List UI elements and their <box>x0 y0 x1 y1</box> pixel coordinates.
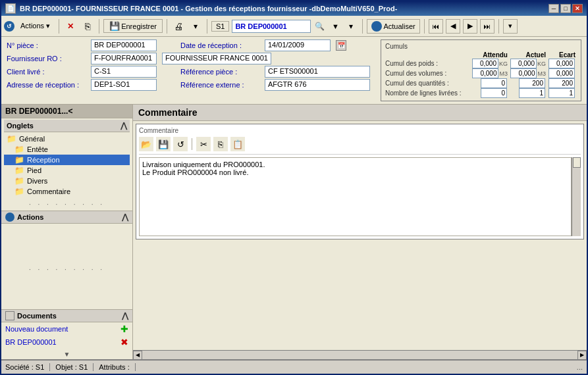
comment-content: Livraison uniquement du PRO000001. Le Pr… <box>139 157 572 236</box>
status-societe: Société : S1 <box>5 363 50 371</box>
dots-separator-2: · · · · · · · · · <box>1 263 132 276</box>
copy-icon-button[interactable]: ⎘ <box>80 19 95 34</box>
search-input[interactable] <box>232 20 311 33</box>
comment-open-button[interactable]: 📂 <box>139 137 153 151</box>
tree-item[interactable]: 📁Réception <box>4 155 130 165</box>
minimize-button[interactable]: ─ <box>548 4 559 13</box>
left-scroll-down[interactable]: ▼ <box>1 349 132 359</box>
cumuls-ecart-val: 1 <box>548 88 575 98</box>
folder-icon: 📁 <box>7 134 16 143</box>
form-row-4: Adresse de réception : DEP1-SO1 Référenc… <box>7 79 370 91</box>
status-objet: Objet : S1 <box>55 363 94 371</box>
fournisseur-value: F-FOURFRA0001 <box>91 53 157 64</box>
cumuls-attendu-val: 0 <box>481 88 507 98</box>
documents-folder-icon <box>5 311 14 320</box>
tree-item[interactable]: 📁Commentaire <box>4 186 130 197</box>
comment-area: Commentaire 📂 💾 ↺ ✂ ⎘ 📋 Livraison unique… <box>133 121 587 350</box>
cumuls-row: Cumul des quantités : 0 200 200 <box>385 78 577 88</box>
menu-button[interactable]: ▾ <box>503 19 518 34</box>
doc-br-link[interactable]: BR DEP000001 <box>5 338 57 346</box>
actions-collapse[interactable]: ⋀ <box>122 213 128 222</box>
nav-prev-button[interactable]: ◀ <box>446 19 460 34</box>
sep-5 <box>362 19 363 34</box>
filter-dropdown[interactable]: ▾ <box>344 19 358 34</box>
cumuls-ecart-header: Ecart <box>547 51 577 59</box>
comment-sep-1 <box>192 138 192 150</box>
form-fields: N° pièce : BR DEP000001 Date de réceptio… <box>1 37 375 104</box>
right-panel-header: Commentaire <box>133 105 587 121</box>
ref-externe-value: AFGTR 676 <box>265 79 370 91</box>
calendar-icon[interactable]: 📅 <box>336 40 346 51</box>
cumuls-row: Cumul des poids : 0,000 KG 0,000 KG 0,00… <box>385 59 577 68</box>
nav-next-button[interactable]: ▶ <box>463 19 477 34</box>
comment-cut-button[interactable]: ✂ <box>196 137 211 151</box>
actions-label: Actions <box>17 213 43 221</box>
tree-item-label: Entête <box>27 145 48 153</box>
fournisseur-name: FOURNISSEUR FRANCE 0001 <box>162 53 271 64</box>
comment-scrollbar[interactable] <box>572 157 581 236</box>
cumuls-panel: Cumuls Attendu Actuel Ecart Cumul des po… <box>381 39 581 101</box>
documents-collapse[interactable]: ⋀ <box>122 311 128 320</box>
cumuls-attendu-unit: M3 <box>499 70 508 77</box>
window-controls: ─ □ ✕ <box>548 4 583 13</box>
tree-container: 📁Général📁Entête📁Réception📁Pied📁Divers📁Co… <box>4 134 130 197</box>
maximize-button[interactable]: □ <box>560 4 571 13</box>
comment-line-1: Livraison uniquement du PRO000001. <box>142 161 568 168</box>
folder-icon: 📁 <box>14 155 24 164</box>
tree-item-label: Général <box>19 135 45 143</box>
sep-7 <box>498 19 499 34</box>
tree-item-label: Commentaire <box>27 188 70 195</box>
comment-toolbar: 📂 💾 ↺ ✂ ⎘ 📋 <box>139 137 581 155</box>
comment-content-wrapper: Livraison uniquement du PRO000001. Le Pr… <box>139 157 581 236</box>
new-document-link[interactable]: Nouveau document <box>5 325 68 333</box>
actions-button[interactable]: Actions ▾ <box>16 20 55 32</box>
form-row-2: Fournisseur RO : F-FOURFRA0001 FOURNISSE… <box>7 53 370 64</box>
num-piece-value: BR DEP000001 <box>91 39 157 51</box>
ref-piece-value: CF ETS000001 <box>265 66 370 78</box>
print-dropdown[interactable]: ▾ <box>188 19 203 34</box>
sep-6 <box>424 19 425 34</box>
bottom-scrollbar[interactable]: ◀ ▶ <box>133 350 587 359</box>
delete-icon-button[interactable]: ✕ <box>63 19 78 34</box>
comment-refresh-button[interactable]: ↺ <box>173 137 188 151</box>
cumuls-row-label: Cumul des poids : <box>385 59 471 68</box>
title-bar: 📄 BR DEP000001- FOURNISSEUR FRANCE 0001 … <box>1 1 587 16</box>
cumuls-table: Attendu Actuel Ecart Cumul des poids : 0… <box>385 51 577 98</box>
nav-last-button[interactable]: ⏭ <box>480 19 494 34</box>
nav-first-button[interactable]: ⏮ <box>429 19 443 34</box>
cumuls-attendu-val: 0,000 <box>472 59 498 68</box>
scroll-right-button[interactable]: ▶ <box>577 351 587 360</box>
add-document-icon[interactable]: ✚ <box>120 324 128 334</box>
scroll-down-arrow: ▼ <box>64 351 70 358</box>
comment-paste-button[interactable]: 📋 <box>230 137 245 151</box>
onglets-collapse[interactable]: ⋀ <box>120 121 127 130</box>
cumuls-attendu-unit: KG <box>499 61 508 67</box>
enregistrer-button[interactable]: 💾 Enregistrer <box>103 19 163 33</box>
tree-item[interactable]: 📁Divers <box>4 176 130 186</box>
status-bar: Société : S1 Objet : S1 Attributs : ... <box>1 359 587 374</box>
comment-save-button[interactable]: 💾 <box>156 137 171 151</box>
scroll-thumb <box>573 157 581 168</box>
tree-item[interactable]: 📁Général <box>4 134 130 144</box>
print-button[interactable]: 🖨 <box>171 19 186 34</box>
close-button[interactable]: ✕ <box>572 4 583 13</box>
scroll-track <box>142 351 577 359</box>
tree-item[interactable]: 📁Entête <box>4 144 130 155</box>
comment-copy-button[interactable]: ⎘ <box>213 137 228 151</box>
form-area: N° pièce : BR DEP000001 Date de réceptio… <box>1 37 587 105</box>
delete-document-icon[interactable]: ✖ <box>120 337 128 347</box>
cumuls-actuel-val: 1 <box>519 88 545 98</box>
main-window: 📄 BR DEP000001- FOURNISSEUR FRANCE 0001 … <box>0 0 588 375</box>
search-group: 🔍 ▼ ▾ <box>232 19 358 34</box>
scroll-left-button[interactable]: ◀ <box>133 351 142 360</box>
right-panel-title: Commentaire <box>138 107 197 118</box>
cumuls-row-label: Cumul des quantités : <box>385 78 471 88</box>
filter-icon-button[interactable]: ▼ <box>328 19 342 34</box>
actions-content-area <box>1 224 132 263</box>
actions-circle-icon <box>5 213 14 222</box>
actualiser-button[interactable]: Actualiser <box>367 19 419 34</box>
documents-label: Documents <box>17 312 57 320</box>
search-icon-button[interactable]: 🔍 <box>312 19 327 34</box>
date-label: Date de réception : <box>180 41 259 49</box>
tree-item[interactable]: 📁Pied <box>4 165 130 176</box>
